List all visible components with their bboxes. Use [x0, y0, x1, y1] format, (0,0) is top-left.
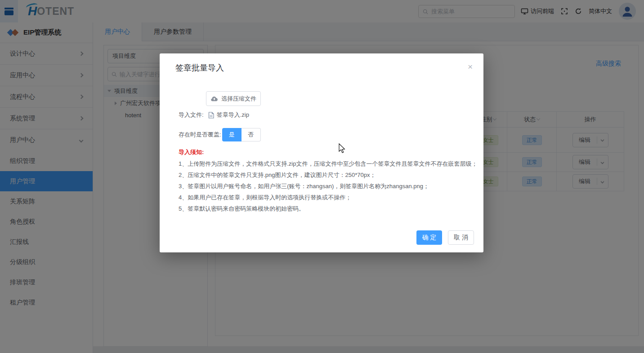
import-file-row: 导入文件: 签章导入.zip [179, 111, 249, 119]
overwrite-label: 存在时是否覆盖: [179, 131, 221, 139]
choose-zip-button[interactable]: 选择压缩文件 [206, 91, 261, 106]
dialog-title: 签章批量导入 [175, 62, 224, 73]
notice-item: 2、压缩文件中的签章文件只支持.png图片文件，建议图片尺寸：250*70px； [179, 169, 477, 181]
notice-item: 4、如果用户已存在签章，则根据导入时的选项执行替换或不操作； [179, 192, 477, 203]
import-notice-title: 导入须知: [179, 148, 204, 156]
cloud-upload-icon [210, 96, 218, 102]
notice-item: 3、签章图片以用户账号命名，如用户张三(账号：zhangsan)，则签章图片名称… [179, 181, 477, 192]
app-root: H OTENT 访问前端 简体中文 [0, 0, 644, 353]
file-name: 签章导入.zip [217, 111, 249, 119]
close-icon[interactable]: × [466, 61, 474, 73]
overwrite-toggle: 是 否 [222, 128, 261, 141]
file-icon [208, 112, 214, 119]
notice-item: 5、签章默认密码来自密码策略模块的初始密码。 [179, 203, 477, 214]
overwrite-no-option[interactable]: 否 [242, 128, 261, 141]
import-file-label: 导入文件: [179, 111, 204, 119]
cancel-button[interactable]: 取 消 [448, 230, 474, 245]
import-notice-list: 1、上传附件为压缩文件，文件格式只支持.zip文件，压缩文件中至少包含一个签章文… [179, 158, 477, 214]
uploaded-file-item: 签章导入.zip [208, 111, 249, 119]
dialog-footer: 确 定 取 消 [416, 230, 474, 245]
choose-zip-label: 选择压缩文件 [221, 95, 256, 103]
confirm-button[interactable]: 确 定 [416, 230, 442, 245]
signature-batch-import-dialog: 签章批量导入 × 选择压缩文件 导入文件: 签章导入.zip 存在时是否覆盖: [160, 53, 483, 252]
overwrite-yes-option[interactable]: 是 [222, 128, 242, 141]
overwrite-row: 存在时是否覆盖: 是 否 [179, 128, 261, 141]
notice-item: 1、上传附件为压缩文件，文件格式只支持.zip文件，压缩文件中至少包含一个签章文… [179, 158, 477, 169]
